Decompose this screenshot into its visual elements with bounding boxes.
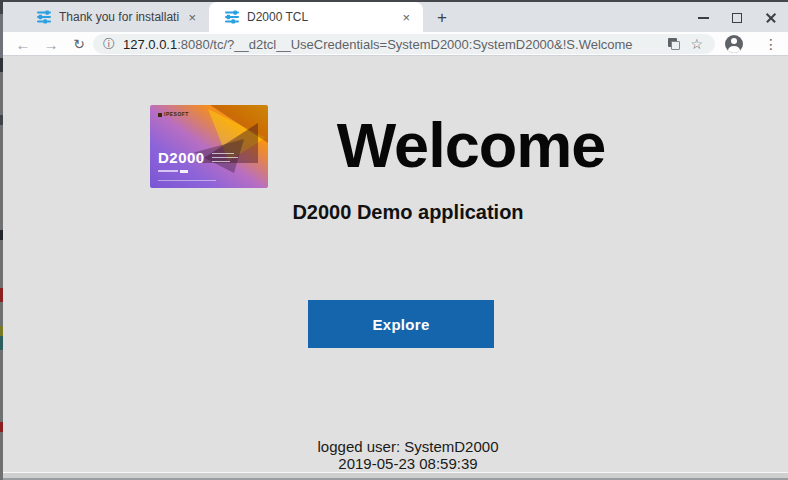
url-host: 127.0.0.1 bbox=[123, 37, 177, 52]
reload-button[interactable]: ↻ bbox=[67, 32, 91, 56]
logo-decoration bbox=[158, 170, 178, 172]
page-subtitle: D2000 Demo application bbox=[108, 201, 708, 224]
timestamp-text: 2019-05-23 08:59:39 bbox=[98, 455, 718, 472]
logo-decoration bbox=[180, 170, 188, 173]
d2000-logo-image: IPESOFT D2000 bbox=[150, 105, 268, 188]
logo-decoration bbox=[212, 153, 234, 155]
minimize-icon bbox=[698, 17, 709, 19]
browser-window: Thank you for installation × D2000 TCL ×… bbox=[0, 0, 788, 480]
logged-user-text: logged user: SystemD2000 bbox=[98, 438, 718, 455]
close-tab-icon[interactable]: × bbox=[399, 10, 413, 25]
tab-strip: Thank you for installation × D2000 TCL ×… bbox=[3, 2, 788, 32]
window-frame-top bbox=[0, 0, 788, 2]
back-button[interactable]: ← bbox=[11, 32, 35, 56]
logo-decoration bbox=[158, 180, 216, 181]
address-bar[interactable]: ⓘ 127.0.0.1:8080/tc/?__d2tcl__UseCredent… bbox=[93, 34, 715, 54]
logo-decoration bbox=[212, 157, 238, 159]
explore-button[interactable]: Explore bbox=[308, 300, 494, 348]
d2000-favicon-icon bbox=[225, 10, 239, 24]
tab-d2000-tcl[interactable]: D2000 TCL × bbox=[209, 2, 423, 32]
tab-title: Thank you for installation bbox=[59, 10, 179, 24]
omnibox-actions: ☆ bbox=[668, 34, 703, 54]
minimize-button[interactable] bbox=[686, 4, 720, 32]
close-icon bbox=[765, 12, 777, 24]
d2000-favicon-icon bbox=[37, 10, 51, 24]
maximize-icon bbox=[732, 13, 742, 23]
bookmark-star-icon[interactable]: ☆ bbox=[690, 37, 703, 51]
logo-decoration bbox=[212, 161, 230, 163]
forward-button[interactable]: → bbox=[39, 32, 63, 56]
page-title: Welcome bbox=[275, 109, 667, 181]
translate-icon[interactable] bbox=[668, 38, 680, 50]
site-info-icon[interactable]: ⓘ bbox=[103, 36, 115, 53]
profile-avatar[interactable] bbox=[725, 35, 743, 53]
close-window-button[interactable] bbox=[754, 4, 788, 32]
browser-menu-icon[interactable]: ⋮ bbox=[759, 32, 783, 56]
d2000-product-label: D2000 bbox=[158, 149, 205, 166]
close-tab-icon[interactable]: × bbox=[185, 10, 199, 25]
url-path: :8080/tc/?__d2tcl__UseCredentials=System… bbox=[177, 37, 632, 52]
background-window-sliver bbox=[0, 0, 3, 480]
tab-title: D2000 TCL bbox=[247, 10, 393, 24]
browser-toolbar: ← → ↻ ⓘ 127.0.0.1:8080/tc/?__d2tcl__UseC… bbox=[3, 32, 788, 56]
new-tab-button[interactable]: + bbox=[431, 7, 453, 29]
maximize-button[interactable] bbox=[720, 4, 754, 32]
tab-thank-you[interactable]: Thank you for installation × bbox=[11, 2, 207, 32]
url-text: 127.0.0.1:8080/tc/?__d2tcl__UseCredentia… bbox=[123, 37, 633, 52]
window-controls bbox=[686, 4, 788, 32]
ipesoft-brand-label: IPESOFT bbox=[158, 111, 189, 117]
page-content: IPESOFT D2000 Welcome D2000 Demo applica… bbox=[3, 57, 788, 472]
